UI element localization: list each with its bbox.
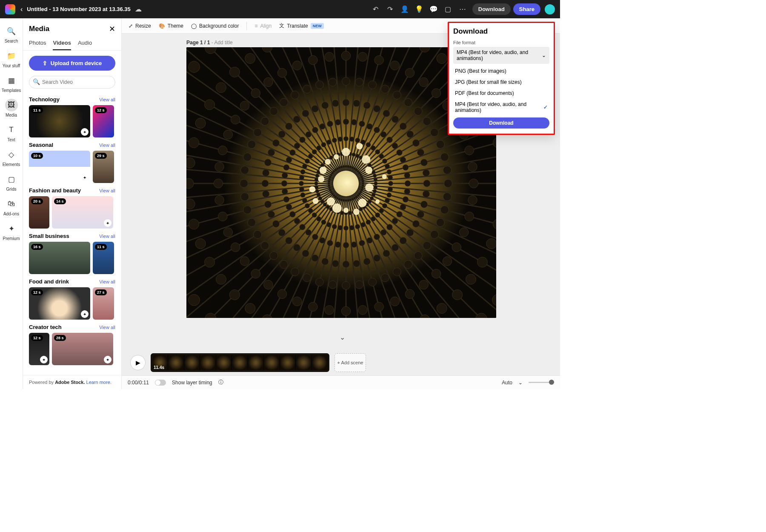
tab-audio[interactable]: Audio (78, 36, 92, 50)
download-confirm-button[interactable]: Download (453, 117, 549, 129)
video-thumbnail[interactable]: 27 s (93, 287, 114, 320)
format-option[interactable]: JPG (Best for small file sizes) (453, 77, 549, 88)
file-format-select[interactable]: MP4 (Best for video, audio, and animatio… (453, 47, 549, 64)
more-icon[interactable]: ⋯ (457, 3, 469, 15)
page-label[interactable]: Page 1 / 1 - Add title (186, 40, 233, 46)
cloud-sync-icon[interactable]: ☁ (135, 5, 142, 13)
search-input[interactable] (29, 76, 115, 89)
play-button[interactable]: ▶ (130, 355, 146, 370)
view-all-link[interactable]: View all (99, 188, 115, 193)
svg-point-297 (302, 110, 309, 117)
svg-point-385 (214, 179, 223, 188)
view-all-link[interactable]: View all (99, 97, 115, 102)
video-thumbnail[interactable]: 14 s✦ (52, 196, 113, 229)
zoom-caret-icon[interactable]: ⌄ (518, 380, 523, 386)
zoom-slider[interactable] (529, 382, 554, 383)
rail-label: Search (5, 39, 18, 43)
view-all-link[interactable]: View all (99, 234, 115, 239)
panel-title: Media (29, 25, 49, 33)
lightbulb-icon[interactable]: 💡 (413, 3, 425, 15)
svg-point-352 (381, 85, 389, 93)
upload-button[interactable]: ⇪ Upload from device (29, 56, 115, 71)
video-thumbnail[interactable]: 11 s (93, 242, 114, 274)
rail-item-add-ons[interactable]: 🛍Add-ons (0, 194, 23, 219)
zoom-label[interactable]: Auto (502, 380, 512, 386)
info-icon[interactable]: ⓘ (218, 379, 223, 386)
duration-badge: 16 s (31, 244, 43, 250)
svg-point-241 (281, 180, 287, 186)
svg-point-204 (338, 137, 343, 141)
video-thumbnail[interactable]: 16 s (29, 242, 90, 274)
translate-tool[interactable]: 文TranslateNEW (279, 22, 324, 29)
view-all-link[interactable]: View all (99, 325, 115, 330)
svg-point-255 (359, 121, 365, 127)
rail-item-your-stuff[interactable]: 📁Your stuff (0, 46, 23, 71)
present-icon[interactable]: ▢ (442, 3, 454, 15)
timeline-clip[interactable]: 11.4s (151, 353, 329, 372)
svg-point-510 (353, 209, 360, 215)
comment-icon[interactable]: 💬 (428, 3, 440, 15)
invite-icon[interactable]: 👤 (399, 3, 411, 15)
svg-point-505 (365, 167, 372, 174)
tab-videos[interactable]: Videos (53, 36, 71, 50)
format-option[interactable]: PDF (Best for documents) (453, 88, 549, 99)
playhead[interactable] (151, 353, 151, 372)
svg-point-348 (329, 78, 337, 86)
user-avatar[interactable] (545, 4, 555, 14)
learn-more-link[interactable]: Learn more. (86, 380, 111, 385)
rail-item-media[interactable]: 🖼Media (0, 96, 23, 120)
svg-point-521 (356, 143, 363, 149)
playback-time: 0:00/0:11 (128, 380, 149, 386)
background-tool[interactable]: ◯Background color (191, 23, 239, 29)
video-thumbnail[interactable]: 29 s (93, 151, 114, 183)
theme-tool[interactable]: 🎨Theme (159, 23, 183, 29)
view-all-link[interactable]: View all (99, 143, 115, 148)
undo-button[interactable]: ↶ (370, 3, 382, 15)
download-button[interactable]: Download (472, 3, 511, 15)
video-thumbnail[interactable]: 10 s✦ (29, 151, 90, 183)
layer-timing-toggle[interactable] (155, 380, 166, 386)
rail-icon: 🛍 (5, 197, 18, 210)
video-thumbnail[interactable]: 12 s✦ (29, 333, 49, 365)
tab-photos[interactable]: Photos (29, 36, 46, 50)
svg-point-270 (407, 229, 414, 236)
rail-item-text[interactable]: TText (0, 120, 23, 145)
redo-button[interactable]: ↷ (384, 3, 396, 15)
format-option[interactable]: MP4 (Best for video, audio, and animatio… (453, 99, 549, 116)
rail-label: Grids (6, 187, 17, 192)
svg-point-326 (329, 280, 337, 289)
video-thumbnail[interactable]: 20 s (29, 196, 49, 229)
rail-icon: 🖼 (5, 99, 18, 112)
duration-badge: 11 s (95, 244, 107, 250)
video-thumbnail[interactable]: 12 s✦ (29, 287, 90, 320)
svg-point-309 (412, 140, 419, 146)
svg-point-306 (392, 116, 398, 123)
rail-item-grids[interactable]: ▢Grids (0, 170, 23, 194)
share-button[interactable]: Share (513, 3, 540, 15)
resize-tool[interactable]: ⤢Resize (129, 23, 151, 29)
video-thumbnail[interactable]: 12 s (93, 105, 114, 137)
svg-point-300 (332, 100, 339, 106)
rail-item-premium[interactable]: ✦Premium (0, 219, 23, 244)
close-panel-icon[interactable]: ✕ (109, 24, 115, 34)
svg-point-195 (300, 169, 305, 174)
collapse-canvas-icon[interactable]: ⌄ (340, 333, 345, 341)
app-logo[interactable] (5, 4, 15, 14)
svg-point-386 (215, 162, 224, 172)
rail-item-search[interactable]: 🔍Search (0, 22, 23, 46)
video-thumbnail[interactable]: 28 s✦ (52, 333, 113, 365)
view-all-link[interactable]: View all (99, 279, 115, 284)
svg-point-322 (381, 274, 389, 282)
svg-point-279 (322, 258, 329, 265)
svg-point-281 (302, 250, 309, 257)
duration-badge: 27 s (95, 289, 107, 295)
media-scroll[interactable]: TechnologyView all11 s✦12 sSeasonalView … (23, 92, 121, 375)
add-scene-button[interactable]: + Add scene (334, 353, 366, 372)
document-title[interactable]: Untitled - 13 November 2023 at 13.36.35 (27, 6, 131, 12)
rail-item-elements[interactable]: ◇Elements (0, 145, 23, 170)
svg-point-323 (369, 278, 377, 286)
video-thumbnail[interactable]: 11 s✦ (29, 105, 90, 137)
format-option[interactable]: PNG (Best for images) (453, 66, 549, 77)
rail-item-templates[interactable]: ▦Templates (0, 71, 23, 96)
back-button[interactable]: ‹ (20, 6, 23, 13)
